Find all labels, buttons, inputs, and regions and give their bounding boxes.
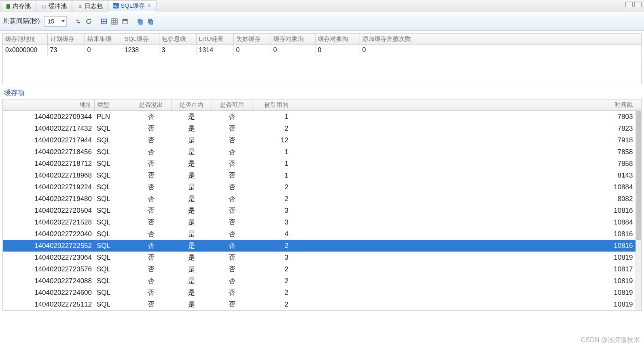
- col-avail[interactable]: 是否可用: [212, 99, 252, 111]
- table-row[interactable]: 140402022725112SQL否是否210819: [3, 298, 641, 310]
- cell: 是: [171, 240, 212, 252]
- summary-cell: 1238: [122, 45, 159, 56]
- summary-col[interactable]: 添加缓存失败次数: [360, 34, 641, 45]
- cell: 140402022717944: [3, 134, 94, 146]
- scroll-thumb[interactable]: [636, 111, 641, 240]
- summary-col[interactable]: 缓存对象淘: [315, 34, 360, 45]
- cell: 否: [212, 216, 252, 228]
- close-icon[interactable]: ✕: [147, 3, 151, 8]
- tab-label: 内存池: [13, 2, 31, 10]
- table-row[interactable]: 140402022724600SQL否是否210819: [3, 287, 641, 298]
- col-ref[interactable]: 被引用的: [252, 99, 291, 111]
- cell: 10817: [291, 263, 641, 275]
- calendar-icon[interactable]: [121, 17, 129, 25]
- refresh-interval-select[interactable]: 15: [44, 16, 67, 27]
- cell: 否: [212, 252, 252, 263]
- cell: 否: [131, 169, 171, 181]
- cell: 2: [252, 263, 291, 275]
- cell: 140402022718456: [3, 146, 94, 158]
- cell: 否: [131, 216, 171, 228]
- table-row[interactable]: 140402022717944SQL否是否127918: [3, 134, 641, 146]
- refresh-icon[interactable]: [85, 17, 93, 25]
- cell: 是: [171, 216, 212, 228]
- summary-col[interactable]: 包信息缓: [159, 34, 196, 45]
- cell: 否: [212, 123, 252, 134]
- summary-table: 缓存池地址计划缓存结果集缓SQL缓存包信息缓LRU链表失效缓存缓存对象淘缓存对象…: [3, 34, 641, 84]
- table-row[interactable]: 140402022718712SQL否是否17858: [3, 158, 641, 169]
- col-address[interactable]: 地址: [3, 99, 94, 111]
- refresh-value: 15: [48, 18, 55, 25]
- table-row[interactable]: 140402022717432SQL否是否27823: [3, 123, 641, 134]
- col-inmem[interactable]: 是否在内: [171, 99, 212, 111]
- table-row[interactable]: 140402022718456SQL否是否17858: [3, 146, 641, 158]
- vertical-scrollbar[interactable]: [636, 111, 641, 310]
- refresh-swap-icon[interactable]: [74, 17, 82, 25]
- cell: SQL: [94, 298, 131, 310]
- table-row[interactable]: 140402022722552SQL否是否210816: [3, 240, 641, 252]
- summary-col[interactable]: LRU链表: [196, 34, 233, 45]
- cell: 7823: [291, 123, 641, 134]
- refresh-interval-label: 刷新间隔(秒): [3, 17, 40, 25]
- cell: 是: [171, 134, 212, 146]
- cell: 2: [252, 193, 291, 205]
- cell: SQL: [94, 252, 131, 263]
- summary-col[interactable]: 缓存池地址: [3, 34, 47, 45]
- table-row[interactable]: 140402022723576SQL否是否210817: [3, 263, 641, 275]
- sql-icon: SQL: [113, 3, 119, 8]
- minimize-button[interactable]: —: [625, 2, 633, 7]
- table-row[interactable]: 140402022721528SQL否是否310884: [3, 216, 641, 228]
- cell: 是: [171, 263, 212, 275]
- cell: 否: [131, 123, 171, 134]
- table-row[interactable]: 140402022718968SQL否是否18143: [3, 169, 641, 181]
- table-row[interactable]: 140402022724088SQL否是否210819: [3, 275, 641, 287]
- cell: SQL: [94, 228, 131, 240]
- cell: 2: [252, 123, 291, 134]
- cell: 否: [212, 158, 252, 169]
- tab-buffer-pool[interactable]: ◫ 缓冲池: [36, 0, 72, 12]
- table-row[interactable]: 0x00000007301238313140000: [3, 45, 641, 56]
- summary-col[interactable]: 结果集缓: [85, 34, 122, 45]
- col-overflow[interactable]: 是否溢出: [131, 99, 171, 111]
- cell: 否: [212, 228, 252, 240]
- svg-rect-2: [104, 19, 106, 21]
- copy-blue-icon[interactable]: [136, 17, 144, 25]
- grid-icon[interactable]: [110, 17, 119, 25]
- summary-col[interactable]: 缓存对象淘: [271, 34, 315, 45]
- table-row[interactable]: 140402022709344PLN否是否17803: [3, 111, 641, 123]
- col-type[interactable]: 类型: [94, 99, 131, 111]
- table-row[interactable]: 140402022719224SQL否是否210884: [3, 181, 641, 193]
- cell: 否: [212, 169, 252, 181]
- summary-cell: 0: [233, 45, 271, 56]
- col-timestamp[interactable]: 时间戳: [291, 99, 641, 111]
- table-row[interactable]: 140402022723064SQL否是否310819: [3, 252, 641, 263]
- table-row[interactable]: 140402022719480SQL否是否28082: [3, 193, 641, 205]
- tab-memory-pool[interactable]: ▇ 内存池: [0, 0, 36, 12]
- table-row[interactable]: 140402022722040SQL否是否410816: [3, 228, 641, 240]
- cell: 7918: [291, 134, 641, 146]
- chevron-down-icon: [61, 20, 65, 22]
- cell: 否: [212, 275, 252, 287]
- tab-log-package[interactable]: 🗎 日志包: [72, 0, 108, 12]
- summary-col[interactable]: 失效缓存: [233, 34, 271, 45]
- toolbar: 刷新间隔(秒) 15 +: [0, 12, 644, 31]
- table-row[interactable]: 140402022720504SQL否是否310816: [3, 205, 641, 216]
- maximize-button[interactable]: □: [634, 2, 642, 7]
- cell: 否: [131, 146, 171, 158]
- log-icon: 🗎: [77, 3, 83, 9]
- cell: 10884: [291, 216, 641, 228]
- table-header-row: 地址 类型 是否溢出 是否在内 是否可用 被引用的 时间戳: [3, 99, 641, 111]
- grid-blue-icon[interactable]: [100, 17, 108, 25]
- cell: 否: [131, 158, 171, 169]
- summary-col[interactable]: SQL缓存: [122, 34, 159, 45]
- cell: 是: [171, 252, 212, 263]
- cell: 10819: [291, 287, 641, 298]
- tab-sql-cache[interactable]: SQL SQL缓存 ✕: [108, 0, 157, 12]
- copy-plus-icon[interactable]: +: [147, 17, 155, 25]
- cell: 否: [212, 287, 252, 298]
- cell: 是: [171, 158, 212, 169]
- cell: 140402022725112: [3, 298, 94, 310]
- cell: 是: [171, 181, 212, 193]
- watermark: CSDN @澎湃撸技术: [581, 336, 640, 345]
- summary-col[interactable]: 计划缓存: [47, 34, 85, 45]
- cell: SQL: [94, 169, 131, 181]
